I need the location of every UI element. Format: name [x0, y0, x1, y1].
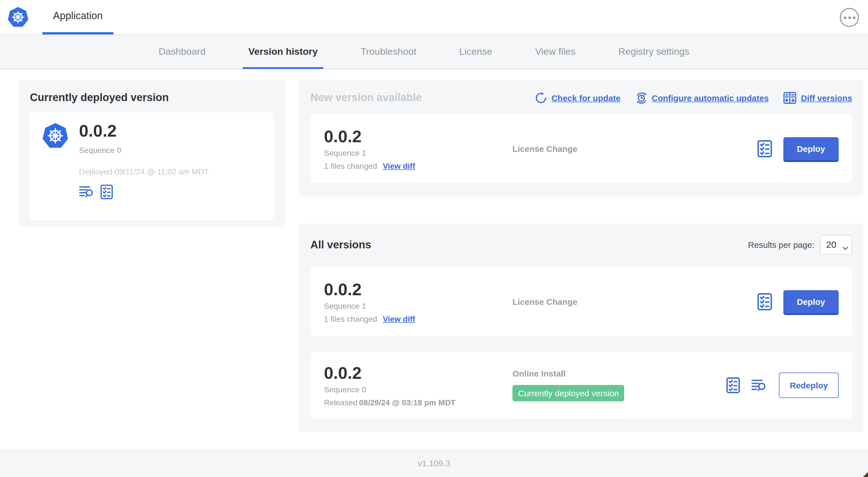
release-notes-checklist-icon[interactable]	[757, 140, 772, 157]
version-sequence: Sequence 1	[324, 301, 513, 310]
deploy-button[interactable]: Deploy	[783, 137, 839, 160]
main-content: Currently deployed version	[0, 69, 868, 452]
version-source: License Change	[513, 144, 757, 153]
release-notes-checklist-icon[interactable]	[726, 377, 740, 393]
current-version-sequence: Sequence 0	[79, 145, 209, 154]
new-version-title: New version available	[310, 91, 422, 104]
right-column: New version available Check for update	[299, 80, 864, 432]
version-row: 0.0.2 Sequence 0 Released08/29/24 @ 03:1…	[310, 352, 852, 418]
version-source: License Change	[513, 297, 757, 306]
currently-deployed-title: Currently deployed version	[30, 91, 274, 104]
app-tab-application[interactable]: Application	[42, 0, 114, 34]
redeploy-button[interactable]: Redeploy	[779, 372, 839, 398]
tab-license[interactable]: License	[454, 35, 498, 69]
all-versions-panel: All versions Results per page: 20	[299, 223, 864, 432]
version-released-at: Released08/29/24 @ 03:18 pm MDT	[324, 398, 513, 407]
tab-dashboard[interactable]: Dashboard	[153, 35, 211, 69]
files-changed: 1 files changed	[324, 314, 377, 323]
page: Application Dashboard Version history Tr…	[0, 0, 868, 477]
update-actions: Check for update Configure a	[535, 92, 852, 103]
kubernetes-app-icon	[41, 121, 69, 150]
view-logs-icon[interactable]	[79, 185, 95, 198]
kubernetes-logo	[7, 6, 29, 28]
results-per-page: Results per page: 20	[748, 235, 852, 255]
diff-versions-link[interactable]: Diff versions	[783, 92, 852, 103]
version-number: 0.0.2	[324, 280, 513, 298]
cursor-artifact	[863, 472, 868, 477]
diff-icon	[783, 92, 796, 103]
current-version-deployed-at: Deployed 09/11/24 @ 11:02 am MDT	[79, 167, 209, 176]
check-for-update-link[interactable]: Check for update	[535, 92, 621, 103]
view-diff-link[interactable]: View diff	[383, 314, 415, 323]
app-tab-label: Application	[53, 10, 103, 22]
results-per-page-select[interactable]: 20	[820, 235, 852, 255]
ellipsis-icon	[843, 16, 846, 19]
tab-registry-settings[interactable]: Registry settings	[613, 35, 695, 69]
new-version-card: 0.0.2 Sequence 1 1 files changed View di…	[310, 114, 852, 183]
app-header: Application	[0, 0, 868, 34]
release-notes-checklist-icon[interactable]	[100, 184, 113, 199]
refresh-icon	[535, 92, 547, 103]
files-changed: 1 files changed	[324, 161, 377, 170]
current-version-number: 0.0.2	[79, 121, 209, 141]
currently-deployed-panel: Currently deployed version	[19, 80, 285, 227]
release-notes-checklist-icon[interactable]	[757, 293, 772, 310]
clock-refresh-icon	[635, 92, 647, 103]
sub-navigation: Dashboard Version history Troubleshoot L…	[0, 34, 868, 69]
more-options-button[interactable]	[840, 8, 859, 27]
currently-deployed-card: 0.0.2 Sequence 0 Deployed 09/11/24 @ 11:…	[30, 112, 274, 220]
new-version-panel: New version available Check for update	[299, 80, 864, 197]
version-row: 0.0.2 Sequence 1 1 files changed View di…	[310, 267, 852, 336]
view-logs-icon[interactable]	[751, 379, 768, 391]
all-versions-title: All versions	[310, 239, 371, 251]
results-per-page-label: Results per page:	[748, 240, 814, 249]
deploy-button[interactable]: Deploy	[783, 290, 839, 313]
tab-troubleshoot[interactable]: Troubleshoot	[355, 35, 422, 69]
version-sequence: Sequence 1	[324, 148, 513, 157]
tab-view-files[interactable]: View files	[529, 35, 581, 69]
currently-deployed-details: 0.0.2 Sequence 0 Deployed 09/11/24 @ 11:…	[79, 121, 209, 211]
view-diff-link[interactable]: View diff	[383, 161, 415, 170]
version-source: Online Install	[513, 368, 726, 378]
version-number: 0.0.2	[324, 363, 513, 382]
configure-automatic-updates-link[interactable]: Configure automatic updates	[635, 92, 769, 103]
console-version: v1.109.3	[417, 458, 450, 468]
currently-deployed-badge: Currently deployed version	[513, 385, 624, 401]
app-footer: v1.109.3	[0, 449, 868, 477]
tab-version-history[interactable]: Version history	[243, 35, 323, 69]
version-number: 0.0.2	[324, 127, 513, 145]
version-sequence: Sequence 0	[324, 385, 513, 394]
